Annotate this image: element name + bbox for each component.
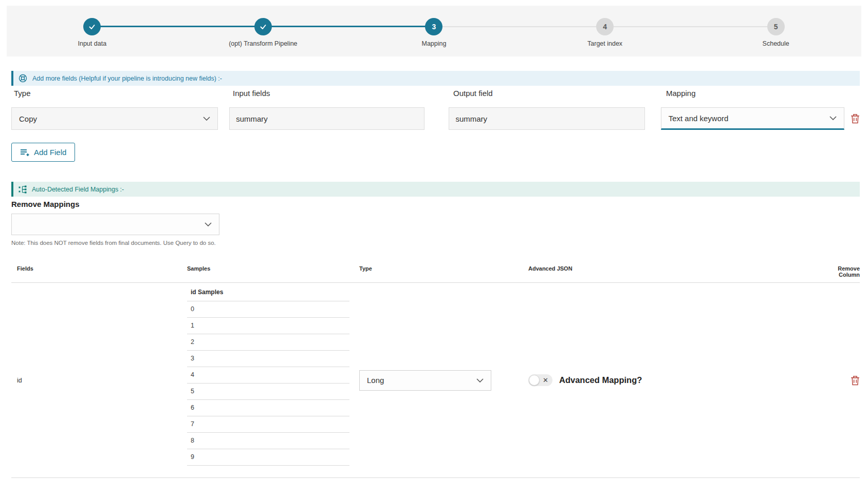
step-4-circle: 4 [596,18,614,35]
field-mappings-table: Fields Samples Type Advanced JSON Remove… [11,265,860,479]
header-type: Type [359,265,528,278]
toggle-knob [529,375,540,386]
header-fields: Fields [11,265,187,278]
advanced-json-cell: ✕ Advanced Mapping? [528,374,826,386]
sample-value: 5 [187,384,349,400]
add-fields-labels-row: Type Input fields Output field Mapping [11,89,860,98]
add-fields-controls-row: Copy Text and keyword [11,107,860,130]
samples-list: id Samples 0 1 2 3 4 5 6 7 8 9 [187,283,349,477]
step-target-index[interactable]: 4 Target index [520,6,691,56]
sample-value: 9 [187,449,349,466]
tree-structure-icon [19,185,27,194]
table-header-row: Fields Samples Type Advanced JSON Remove… [11,265,860,283]
samples-title: id Samples [187,288,349,301]
remove-id-column-button[interactable] [851,375,860,386]
add-field-button[interactable]: Add Field [11,143,75,162]
add-fields-banner-text: Add more fields (Helpful if your pipelin… [32,75,222,82]
field-name: id [11,377,187,384]
sample-value: 4 [187,367,349,384]
table-row-id: id id Samples 0 1 2 3 4 5 6 7 8 9 Long ✕ [11,283,860,478]
step-number: 5 [774,23,778,31]
check-icon [259,23,267,31]
step-number: 4 [603,23,607,31]
trash-icon [851,375,860,386]
step-label: Target index [587,40,622,47]
mapping-select-value: Text and keyword [669,114,729,123]
chevron-down-icon [203,117,210,121]
remove-mappings-label: Remove Mappings [11,200,868,208]
type-select[interactable]: Copy [11,107,218,130]
output-field-field[interactable] [449,107,644,130]
output-field-label: Output field [451,89,648,98]
row-type-select[interactable]: Long [359,370,491,391]
chevron-down-icon [829,116,837,120]
sample-value: 3 [187,351,349,367]
type-select-value: Copy [19,114,37,123]
header-remove-column: Remove Column [826,265,860,278]
step-5-circle: 5 [767,18,785,35]
sample-value: 1 [187,318,349,334]
remove-field-row-button[interactable] [851,113,860,124]
mapping-select[interactable]: Text and keyword [661,107,844,130]
add-fields-banner: Add more fields (Helpful if your pipelin… [11,71,860,86]
step-input-data[interactable]: Input data [7,6,178,56]
sample-value: 6 [187,400,349,416]
step-3-circle: 3 [425,18,442,35]
sample-value: 8 [187,433,349,449]
playlist-add-icon [20,148,29,157]
type-cell: Long [359,370,528,391]
step-2-circle [254,18,272,35]
chevron-down-icon [205,222,212,226]
step-schedule[interactable]: 5 Schedule [690,6,861,56]
auto-detected-banner-text: Auto-Detected Field Mappings :- [32,186,124,193]
step-1-circle [83,18,101,35]
step-label: Mapping [422,40,447,47]
row-type-select-value: Long [367,376,384,385]
auto-detected-mappings-banner: Auto-Detected Field Mappings :- [11,182,860,197]
chevron-down-icon [476,378,484,382]
sample-value: 7 [187,416,349,433]
add-field-button-label: Add Field [34,148,66,157]
step-label: Input data [78,40,106,47]
mapping-label: Mapping [663,89,848,98]
step-label: Schedule [763,40,789,47]
type-label: Type [11,89,219,98]
step-label: (opt) Transform Pipeline [229,40,297,47]
input-fields-label: Input fields [230,89,427,98]
step-number: 3 [432,23,436,31]
wizard-stepper: Input data (opt) Transform Pipeline 3 Ma… [7,6,861,56]
toggle-off-x-icon: ✕ [543,376,548,384]
remove-column-cell [844,375,860,386]
trash-icon [851,113,860,124]
advanced-mapping-toggle[interactable]: ✕ [528,374,552,386]
sample-value: 0 [187,301,349,318]
advanced-mapping-label: Advanced Mapping? [559,375,642,385]
remove-mappings-select[interactable] [11,214,219,235]
input-fields-field[interactable] [229,107,424,130]
sample-value: 2 [187,334,349,351]
remove-mappings-note: Note: This does NOT remove fields from f… [11,240,868,246]
step-mapping[interactable]: 3 Mapping [348,6,520,56]
header-advanced-json: Advanced JSON [528,265,826,278]
check-icon [88,23,96,31]
step-transform-pipeline[interactable]: (opt) Transform Pipeline [178,6,349,56]
life-buoy-icon [19,74,27,83]
header-samples: Samples [187,265,359,278]
